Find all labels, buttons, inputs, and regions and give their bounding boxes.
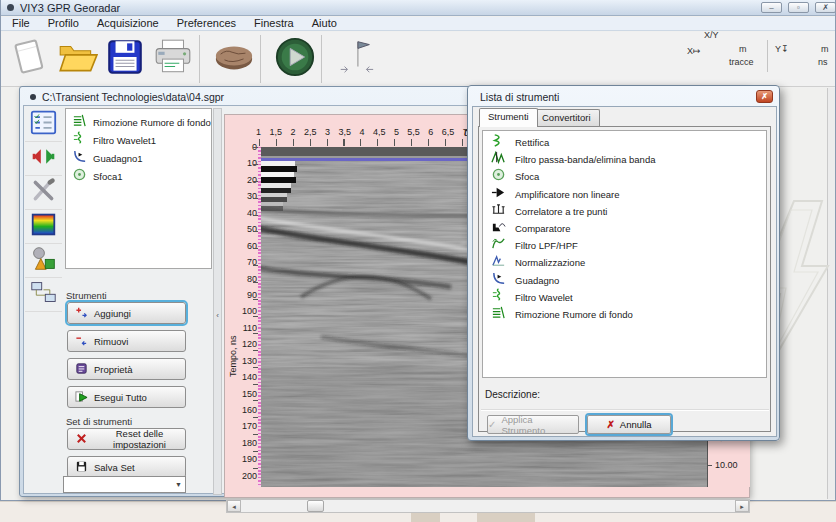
sfoca-icon [70, 167, 93, 186]
tool-list-item[interactable]: Correlatore a tre punti [483, 203, 766, 220]
toolbar-button[interactable] [53, 36, 101, 82]
distance-axis-tick-label: 5,5 [407, 127, 420, 138]
tab-strumenti[interactable]: Strumenti [479, 108, 538, 127]
rettifica-icon [483, 133, 515, 152]
coords-x-unit-m: m [739, 44, 747, 54]
cancel-button[interactable]: ✗ Annulla [587, 415, 671, 434]
run-icon [274, 36, 316, 82]
description-label: Descrizione: [485, 389, 540, 400]
distance-axis-tick-label: 5 [394, 127, 399, 138]
toolbar-button[interactable] [210, 36, 258, 82]
tool-list-item[interactable]: Filtro Wavelet [483, 289, 766, 306]
processing-step[interactable]: Sfoca1 [70, 167, 211, 185]
set-group-label: Set di strumenti [66, 416, 132, 427]
horizontal-scrollbar[interactable]: ◂ ▸ [226, 499, 750, 513]
window-title: VIY3 GPR Georadar [20, 2, 120, 14]
coords-x-unit-tracce: tracce [729, 57, 754, 67]
scroll-right-arrow-icon[interactable]: ▸ [735, 500, 749, 512]
tab-convertitori[interactable]: Convertitori [533, 109, 600, 126]
processing-step[interactable]: Guadagno1 [70, 149, 211, 167]
coords-group-label: X/Y [704, 30, 719, 40]
processing-steps-list: Rimozione Rumore di fondo1 Filtro Wavele… [65, 108, 212, 269]
tool-list-item[interactable]: Filtro passa-banda/elimina banda [483, 151, 766, 168]
objects-3d-icon [30, 245, 57, 276]
dialog-title-bar: Lista di strumenti [472, 89, 777, 105]
toolbar-separator [199, 35, 208, 83]
panel-button[interactable]: Proprietà [67, 358, 186, 380]
distance-axis: 11,522,533,544,555,566,57 [256, 127, 468, 138]
coords-x-label: X↦ [687, 46, 701, 56]
remove-icon [75, 334, 88, 349]
scroll-left-arrow-icon[interactable]: ◂ [227, 500, 241, 512]
save-file-icon [104, 36, 146, 82]
menu-item[interactable]: Profilo [39, 17, 88, 30]
panel-button[interactable]: Rimuovi [67, 330, 186, 352]
apply-tool-button[interactable]: ✓ Applica Strumento [487, 415, 579, 434]
filtro-wavelet-icon [483, 288, 515, 307]
comparatore-icon [483, 219, 515, 238]
processing-step[interactable]: Rimozione Rumore di fondo1 [70, 113, 211, 131]
panel-button[interactable]: Aggiungi [67, 302, 186, 324]
panel-button[interactable]: Reset delle impostazioni [67, 428, 186, 450]
coords-y-unit-m: m [821, 44, 829, 54]
side-toolbar-button[interactable] [25, 142, 62, 176]
side-toolbar-button[interactable] [25, 278, 62, 312]
tool-list-item[interactable]: Amplificatore non lineare [483, 186, 766, 203]
process-list-icon [30, 109, 57, 140]
new-file-icon [8, 36, 50, 82]
side-toolbar-button[interactable] [25, 244, 62, 278]
distance-axis-ticks [256, 139, 468, 146]
side-toolbar-button[interactable] [25, 108, 62, 142]
panel-button[interactable]: Salva Set [67, 456, 186, 478]
scrollbar-thumb[interactable] [307, 500, 324, 512]
toolbar-button[interactable] [271, 36, 319, 82]
menu-item[interactable]: Preferences [168, 17, 245, 30]
toolbar-button[interactable] [5, 36, 53, 82]
menu-item[interactable]: Aiuto [303, 17, 346, 30]
guadagno-icon [70, 149, 93, 168]
document-icon [30, 94, 36, 100]
side-toolbar-button[interactable] [25, 176, 62, 210]
save-set-icon [75, 460, 88, 475]
app-icon [7, 4, 14, 11]
collapse-arrow-icon: ‹ [214, 307, 221, 325]
open-folder-icon [56, 36, 98, 82]
main-window: VIY3 GPR Georadar – ▫ ✗ FileProfiloAcqui… [0, 0, 836, 501]
toolbar-button[interactable] [332, 36, 380, 82]
distance-axis-tick-label: 6,5 [442, 127, 455, 138]
processing-step[interactable]: Filtro Wavelet1 [70, 131, 211, 149]
title-bar: VIY3 GPR Georadar [1, 0, 835, 16]
tool-list-item[interactable]: Guadagno [483, 272, 766, 289]
panel-splitter[interactable]: ‹ [213, 108, 222, 495]
add-icon [75, 306, 88, 321]
toolbar-button[interactable] [101, 36, 149, 82]
panel-button[interactable]: Esegui Tutto [67, 386, 186, 408]
tool-set-combobox[interactable]: ▼ [63, 476, 186, 493]
menu-item[interactable]: File [3, 17, 39, 30]
dialog-close-button[interactable]: ✗ [756, 90, 773, 103]
screen: VIY3 GPR Georadar – ▫ ✗ FileProfiloAcqui… [0, 0, 836, 522]
side-toolbar [25, 108, 62, 312]
close-button[interactable]: ✗ [815, 2, 836, 13]
distance-axis-tick-label: 1 [256, 127, 261, 138]
menu-item[interactable]: Finestra [245, 17, 303, 30]
side-toolbar-button[interactable] [25, 210, 62, 244]
toolbar-button[interactable] [149, 36, 197, 82]
depth-axis-tick [708, 465, 712, 466]
soil-profile-icon [213, 36, 255, 82]
distance-axis-tick-label: 2,5 [304, 127, 317, 138]
tools-group-label: Strumenti [66, 290, 107, 301]
menu-item[interactable]: Acquisizione [88, 17, 168, 30]
tool-list-item[interactable]: Comparatore [483, 220, 766, 237]
tool-list-item[interactable]: Sfoca [483, 168, 766, 185]
tool-list-item[interactable]: Rimozione Rumore di fondo [483, 306, 766, 323]
distance-axis-tick-label: 3 [325, 127, 330, 138]
maximize-button[interactable]: ▫ [788, 2, 809, 13]
tool-list-item[interactable]: Normalizzazione [483, 254, 766, 271]
distance-axis-tick-label: 4,5 [373, 127, 386, 138]
normalizzazione-icon [483, 253, 515, 272]
properties-icon [75, 362, 88, 377]
minimize-button[interactable]: – [761, 2, 782, 13]
tool-list-item[interactable]: Filtro LPF/HPF [483, 237, 766, 254]
tool-list-item[interactable]: Rettifica [483, 134, 766, 151]
